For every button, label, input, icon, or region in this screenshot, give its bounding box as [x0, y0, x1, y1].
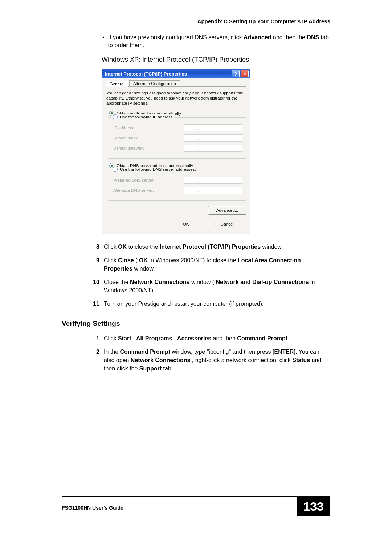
bold-status: Status [292, 357, 310, 363]
bold-accessories: Accessories [177, 335, 211, 341]
label-default-gateway: Default gateway: [113, 146, 144, 150]
bullet-text-mid: and then the [273, 34, 307, 40]
ok-button[interactable]: OK [167, 220, 205, 228]
dialog-intro-text: You can get IP settings assigned automat… [106, 90, 246, 106]
input-default-gateway[interactable]: ... [184, 145, 242, 152]
input-subnet-mask[interactable]: ... [184, 134, 242, 142]
step-text: in Windows 2000/NT) to close the [149, 257, 238, 263]
step-text: window ( [191, 279, 214, 285]
group-use-following-ip: Use the following IP address: IP address… [108, 117, 246, 159]
step-text: Turn on your Prestige and restart your c… [104, 300, 264, 308]
step-number: 10 [91, 278, 99, 295]
bullet-bold-advanced: Advanced [244, 34, 271, 40]
verify-step-2: 2 In the Command Prompt window, type "ip… [91, 348, 330, 373]
input-alternate-dns[interactable]: ... [184, 187, 242, 194]
bullet-dot: • [102, 33, 105, 49]
step-10: 10 Close the Network Connections window … [91, 278, 330, 295]
dialog-titlebar: Internet Protocol (TCP/IP) Properties ? … [102, 69, 250, 78]
bold-network-connections: Network Connections [130, 279, 189, 285]
label-ip-address: IP address: [113, 126, 134, 130]
bold-all-programs: All Programs [136, 335, 172, 341]
radio-label: Use the following DNS server addresses: [120, 167, 196, 171]
page-footer: FSG1100HN User's Guide 133 [62, 496, 330, 516]
step-text: , [133, 335, 136, 341]
radio-label: Use the following IP address: [120, 115, 174, 119]
dialog-tabs: General Alternate Configuration [106, 80, 246, 87]
step-text: Click [104, 244, 118, 250]
bold-ok: OK [118, 244, 127, 250]
header-rule [62, 27, 330, 27]
step-text: Click [104, 257, 118, 263]
step-number: 8 [91, 243, 99, 251]
step-9: 9 Click Close ( OK in Windows 2000/NT) t… [91, 256, 330, 273]
bold-support: Support [139, 365, 162, 372]
step-number: 11 [91, 300, 99, 308]
tcpip-properties-dialog: Internet Protocol (TCP/IP) Properties ? … [102, 69, 250, 234]
step-number: 1 [91, 334, 99, 343]
bold-network-connections: Network Connections [131, 357, 190, 363]
page-number: 133 [297, 497, 330, 516]
step-text: and then [213, 335, 237, 341]
label-alternate-dns: Alternate DNS server: [113, 188, 154, 193]
radio-icon[interactable] [113, 167, 118, 172]
tab-alternate-configuration[interactable]: Alternate Configuration [129, 80, 180, 86]
bold-network-dialup: Network and Dial-up Connections [216, 279, 309, 285]
bold-ok: OK [139, 257, 148, 263]
figure-caption: Windows XP: Internet Protocol (TCP/IP) P… [102, 56, 330, 64]
label-preferred-dns: Preferred DNS server: [113, 178, 155, 182]
advanced-button[interactable]: Advanced... [208, 206, 246, 215]
bold-command-prompt: Command Prompt [120, 349, 170, 355]
cancel-button[interactable]: Cancel [208, 220, 246, 228]
step-text: window. [134, 266, 155, 272]
bullet-text-pre: If you have previously configured DNS se… [108, 34, 244, 40]
label-subnet-mask: Subnet mask: [113, 136, 139, 140]
step-text: Click [104, 335, 118, 341]
step-number: 9 [91, 256, 99, 273]
step-text: , [174, 335, 177, 341]
step-text: , right-click a network connection, clic… [192, 357, 293, 363]
dialog-title: Internet Protocol (TCP/IP) Properties [105, 71, 187, 77]
step-text: ( [135, 257, 137, 263]
heading-verifying-settings: Verifying Settings [62, 320, 330, 328]
close-icon[interactable]: × [241, 70, 249, 77]
bold-start: Start [118, 335, 131, 341]
bold-tcpip-properties: Internet Protocol (TCP/IP) Properties [160, 244, 261, 250]
step-text: Close the [104, 279, 130, 285]
bold-command-prompt: Command Prompt [237, 335, 287, 341]
step-number: 2 [91, 348, 99, 373]
bullet-bold-dns: DNS [307, 34, 319, 40]
step-text: tab. [163, 365, 173, 372]
footer-guide-name: FSG1100HN User's Guide [62, 505, 123, 511]
bold-close: Close [118, 257, 134, 263]
step-8: 8 Click OK to close the Internet Protoco… [91, 243, 330, 251]
bullet-dns-advanced: • If you have previously configured DNS … [102, 33, 330, 49]
step-text: window. [262, 244, 283, 250]
radio-icon[interactable] [113, 114, 118, 119]
tab-general[interactable]: General [106, 81, 128, 87]
input-ip-address[interactable]: ... [184, 124, 242, 131]
help-button[interactable]: ? [232, 70, 240, 77]
verify-step-1: 1 Click Start , All Programs , Accessori… [91, 334, 330, 343]
step-text: to close the [128, 244, 160, 250]
step-text: In the [104, 349, 120, 355]
group-use-following-dns: Use the following DNS server addresses: … [108, 170, 246, 201]
appendix-header: Appendix C Setting up Your Computer's IP… [62, 18, 330, 24]
input-preferred-dns[interactable]: ... [184, 177, 242, 184]
step-11: 11 Turn on your Prestige and restart you… [91, 300, 330, 308]
step-text: . [289, 335, 290, 341]
